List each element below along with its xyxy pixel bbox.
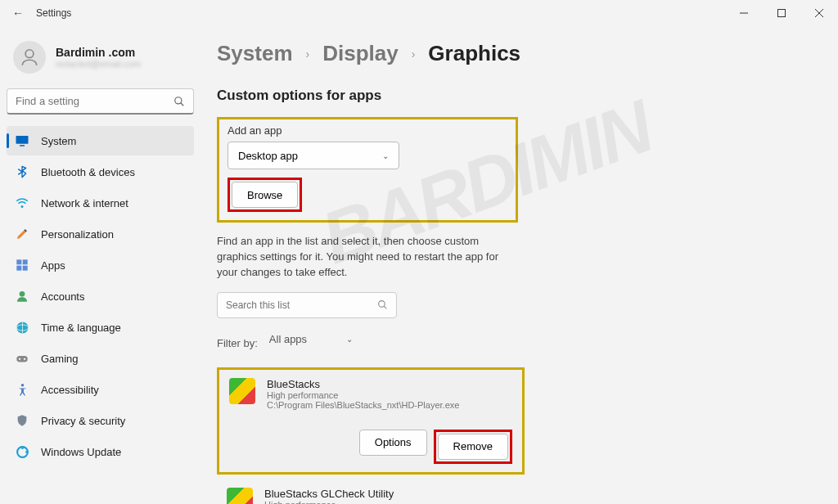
svg-point-21 bbox=[20, 384, 24, 387]
search-list-input[interactable] bbox=[226, 299, 377, 311]
wifi-icon bbox=[15, 196, 29, 210]
selected-app-highlight: BlueStacks High performance C:\Program F… bbox=[217, 367, 525, 475]
bc-display[interactable]: Display bbox=[322, 41, 399, 66]
svg-rect-8 bbox=[20, 145, 25, 146]
filter-dropdown[interactable]: All apps ⌄ bbox=[266, 328, 356, 351]
svg-rect-1 bbox=[778, 10, 786, 17]
breadcrumb: System › Display › Graphics bbox=[217, 41, 822, 66]
nav-apps[interactable]: Apps bbox=[7, 250, 194, 280]
profile-name: Bardimin .com bbox=[56, 46, 141, 59]
search-input[interactable] bbox=[16, 95, 173, 107]
options-button[interactable]: Options bbox=[359, 430, 427, 456]
app-item-bluestacks[interactable]: BlueStacks High performance C:\Program F… bbox=[219, 370, 522, 472]
svg-point-5 bbox=[175, 97, 182, 103]
svg-line-6 bbox=[181, 102, 184, 106]
nav-privacy[interactable]: Privacy & security bbox=[7, 406, 194, 435]
app-path: C:\Program Files\BlueStacks_nxt\HD-Playe… bbox=[267, 400, 512, 410]
gamepad-icon bbox=[15, 351, 29, 366]
svg-rect-10 bbox=[16, 259, 21, 264]
globe-icon bbox=[15, 320, 29, 335]
system-icon bbox=[15, 133, 29, 148]
app-item[interactable]: BlueStacks GLCheck Utility High performa… bbox=[217, 479, 520, 504]
svg-line-24 bbox=[384, 306, 386, 308]
dropdown-value: Desktop app bbox=[238, 150, 298, 162]
profile[interactable]: Bardimin .com redacted@email.com bbox=[7, 34, 194, 88]
brush-icon bbox=[15, 227, 29, 241]
accessibility-icon bbox=[15, 382, 29, 397]
chevron-right-icon: › bbox=[306, 47, 310, 61]
nav-label: Gaming bbox=[41, 353, 79, 365]
bc-system[interactable]: System bbox=[217, 41, 293, 66]
sidebar: Bardimin .com redacted@email.com System … bbox=[0, 26, 200, 504]
browse-button[interactable]: Browse bbox=[232, 182, 298, 208]
svg-point-19 bbox=[19, 358, 20, 360]
app-title: Settings bbox=[36, 7, 71, 19]
nav-label: Time & language bbox=[41, 322, 121, 334]
svg-point-14 bbox=[20, 291, 25, 297]
update-icon bbox=[15, 444, 29, 459]
nav-time[interactable]: Time & language bbox=[7, 313, 194, 342]
app-sub: High performance bbox=[267, 390, 512, 400]
app-list: BlueStacks High performance C:\Program F… bbox=[217, 367, 822, 504]
app-name: BlueStacks GLCheck Utility bbox=[264, 488, 510, 500]
add-app-label: Add an app bbox=[228, 124, 507, 137]
description-text: Find an app in the list and select it, t… bbox=[217, 234, 520, 281]
section-title: Custom options for apps bbox=[217, 88, 822, 104]
svg-rect-12 bbox=[16, 266, 21, 271]
filter-label: Filter by: bbox=[217, 337, 258, 349]
nav-label: Apps bbox=[41, 259, 65, 272]
nav-network[interactable]: Network & internet bbox=[7, 188, 194, 218]
browse-highlight: Browse bbox=[228, 178, 302, 212]
app-type-dropdown[interactable]: Desktop app ⌄ bbox=[228, 142, 399, 169]
chevron-right-icon: › bbox=[412, 47, 416, 61]
app-sub: High performance bbox=[264, 500, 510, 504]
filter-value: All apps bbox=[269, 333, 307, 345]
app-icon bbox=[229, 378, 255, 404]
main-content: BARDIMIN System › Display › Graphics Cus… bbox=[200, 26, 838, 504]
svg-rect-7 bbox=[16, 136, 29, 144]
person-icon bbox=[15, 289, 29, 304]
svg-point-9 bbox=[21, 205, 24, 208]
search-list-box[interactable] bbox=[217, 292, 397, 318]
svg-rect-13 bbox=[23, 266, 28, 271]
profile-email: redacted@email.com bbox=[56, 59, 141, 69]
svg-point-4 bbox=[25, 50, 34, 58]
nav-accounts[interactable]: Accounts bbox=[7, 281, 194, 311]
nav-personalization[interactable]: Personalization bbox=[7, 219, 194, 249]
nav-update[interactable]: Windows Update bbox=[7, 437, 194, 466]
chevron-down-icon: ⌄ bbox=[382, 151, 389, 160]
nav-gaming[interactable]: Gaming bbox=[7, 344, 194, 373]
nav-label: System bbox=[41, 135, 76, 147]
maximize-button[interactable] bbox=[763, 0, 800, 26]
shield-icon bbox=[15, 413, 29, 428]
remove-button[interactable]: Remove bbox=[438, 434, 508, 460]
nav-label: Accounts bbox=[41, 290, 84, 303]
bluetooth-icon bbox=[15, 164, 29, 179]
nav-label: Privacy & security bbox=[41, 415, 125, 427]
titlebar: ← Settings bbox=[0, 0, 838, 26]
bc-graphics: Graphics bbox=[428, 41, 520, 66]
add-app-region: Add an app Desktop app ⌄ Browse bbox=[217, 117, 518, 223]
nav-accessibility[interactable]: Accessibility bbox=[7, 375, 194, 404]
nav-label: Accessibility bbox=[41, 384, 99, 396]
nav-label: Bluetooth & devices bbox=[41, 166, 135, 178]
nav-system[interactable]: System bbox=[7, 126, 194, 155]
avatar bbox=[13, 41, 46, 74]
search-icon bbox=[377, 299, 388, 310]
svg-point-23 bbox=[379, 301, 385, 308]
search-box[interactable] bbox=[7, 88, 194, 115]
nav-label: Windows Update bbox=[41, 446, 121, 458]
back-button[interactable]: ← bbox=[0, 7, 36, 20]
nav-list: System Bluetooth & devices Network & int… bbox=[7, 126, 194, 466]
chevron-down-icon: ⌄ bbox=[346, 335, 353, 344]
close-button[interactable] bbox=[800, 0, 838, 26]
minimize-button[interactable] bbox=[725, 0, 763, 26]
nav-bluetooth[interactable]: Bluetooth & devices bbox=[7, 157, 194, 187]
remove-highlight: Remove bbox=[434, 430, 512, 464]
apps-icon bbox=[15, 258, 29, 272]
svg-point-20 bbox=[24, 358, 25, 360]
svg-rect-11 bbox=[23, 259, 28, 264]
search-icon bbox=[173, 96, 185, 107]
svg-rect-18 bbox=[16, 356, 28, 362]
nav-label: Personalization bbox=[41, 228, 114, 241]
